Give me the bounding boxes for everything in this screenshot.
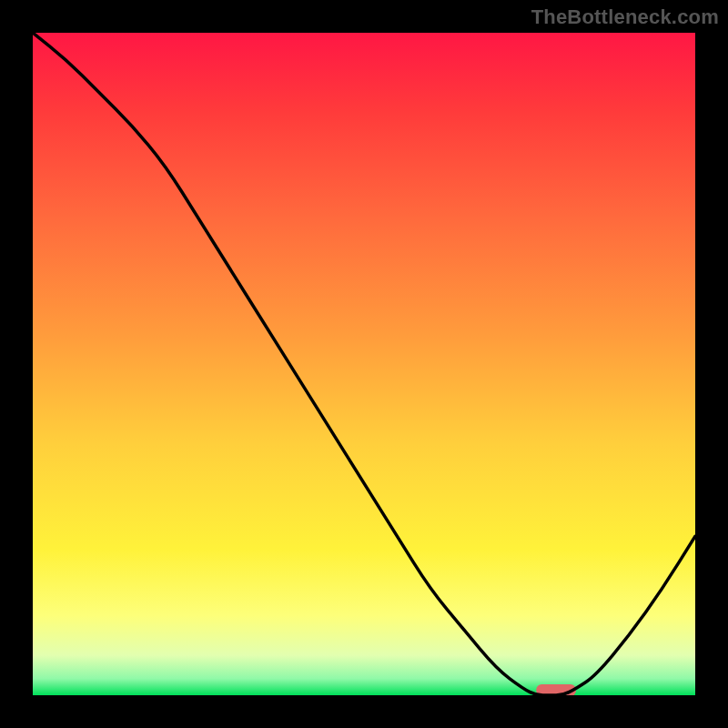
bottleneck-chart <box>33 33 695 695</box>
plot-area <box>33 33 695 695</box>
watermark-label: TheBottleneck.com <box>531 5 719 29</box>
chart-frame: TheBottleneck.com <box>0 0 728 728</box>
gradient-background <box>33 33 695 695</box>
optimal-range-marker <box>536 684 576 695</box>
